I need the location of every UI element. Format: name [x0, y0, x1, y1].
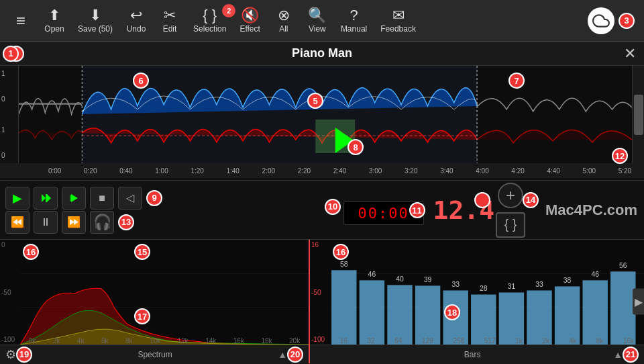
pause-button[interactable]: ⏸ — [34, 211, 58, 234]
extra-buttons: + { } — [490, 183, 531, 238]
effect-button[interactable]: 🔇 Effect — [233, 5, 266, 36]
annotation-14: 14 — [523, 192, 539, 208]
annotation-3: 3 — [619, 13, 635, 29]
effect-icon: 🔇 — [241, 8, 259, 23]
annotation-13: 13 — [118, 214, 134, 230]
bars-footer: Bars ▲ 21 — [310, 345, 644, 363]
scissors-icon: ✂ — [164, 8, 176, 23]
spectrum-x-axis: 0k 2k 4k 6k 8k 10k 12k 14k 16k 18k 20k — [20, 337, 309, 345]
annotation-8: 8 — [347, 139, 364, 155]
cloud-button[interactable] — [588, 7, 614, 34]
main-container: ≡ ⬆ Open ⬇ Save (50) ↩ Undo ✂ Edit { } S… — [0, 0, 644, 364]
svg-text:40: 40 — [396, 276, 404, 283]
all-icon: ⊗ — [278, 8, 290, 23]
svg-text:58: 58 — [340, 261, 348, 268]
spectrum-settings-icon[interactable]: ⚙ — [5, 347, 16, 362]
undo-button[interactable]: ↩ Undo — [119, 5, 153, 36]
bars-y-axis: 16 -50 -100 — [310, 240, 330, 345]
annotation-17: 17 — [134, 308, 150, 324]
svg-rect-18 — [360, 280, 384, 345]
play-button[interactable]: ▶ — [5, 187, 30, 210]
title-bar: 4 Piano Man ✕ 1 — [0, 42, 644, 66]
annotation-15: 15 — [134, 244, 150, 260]
right-panel-arrow[interactable]: ▶ — [633, 289, 644, 315]
volume-button[interactable]: ◁ — [118, 187, 142, 210]
svg-text:46: 46 — [591, 271, 599, 279]
manual-icon: ? — [350, 8, 358, 23]
annotation-16: 16 — [23, 244, 39, 260]
transport-controls: ▶ ■ ◁ 9 ⏪ ⏸ ⏩ 🎧 13 — [0, 184, 168, 236]
annotation-19: 19 — [16, 347, 32, 363]
annotation-5: 5 — [307, 93, 323, 109]
selection-badge: 2 — [222, 4, 235, 17]
transport-row-1: ▶ ■ ◁ 9 — [5, 187, 162, 210]
bars-panel: 16 -50 -100 58 46 — [309, 240, 644, 363]
manual-button[interactable]: ? Manual — [334, 5, 374, 36]
play-selection-button[interactable] — [62, 187, 86, 210]
svg-rect-16 — [331, 270, 356, 345]
rewind-button[interactable]: ⏪ — [5, 211, 30, 234]
svg-rect-22 — [415, 285, 440, 345]
play-from-start-button[interactable] — [34, 187, 58, 210]
svg-rect-34 — [582, 280, 607, 345]
svg-text:33: 33 — [451, 281, 460, 289]
waveform-display[interactable]: 6 5 7 8 — [19, 66, 632, 163]
open-button[interactable]: ⬆ Open — [38, 5, 71, 36]
undo-icon: ↩ — [130, 8, 142, 23]
save-button[interactable]: ⬇ Save (50) — [71, 5, 119, 36]
svg-text:28: 28 — [480, 285, 488, 293]
svg-rect-20 — [387, 285, 412, 345]
spectrum-expand-icon[interactable]: ▲ — [278, 349, 287, 360]
edit-button[interactable]: ✂ Edit — [153, 5, 186, 36]
annotation-21: 21 — [623, 347, 639, 363]
bars-expand-icon[interactable]: ▲ — [613, 349, 623, 360]
annotation-9: 9 — [146, 190, 162, 206]
svg-text:39: 39 — [424, 277, 432, 284]
track-title: Piano Man — [292, 46, 352, 60]
fast-forward-button[interactable]: ⏩ — [62, 211, 86, 234]
annotation-11: 11 — [409, 202, 425, 218]
watermark: Mac4PC.com — [539, 201, 644, 219]
spectrum-svg — [20, 240, 309, 345]
svg-marker-11 — [71, 194, 78, 202]
svg-rect-8 — [46, 194, 47, 202]
spectrum-label: Spectrum — [32, 350, 278, 359]
svg-rect-30 — [527, 290, 551, 345]
annotation-12b — [474, 192, 490, 208]
annotation-7: 7 — [508, 73, 525, 89]
level-meter-area: 10 — [168, 206, 338, 214]
annotation-16b: 16 — [333, 244, 349, 260]
svg-text:31: 31 — [508, 283, 516, 291]
svg-rect-32 — [555, 286, 580, 345]
spectrum-chart: 0 -50 -100 16 17 15 — [0, 240, 309, 345]
bars-label: Bars — [331, 350, 613, 359]
feedback-button[interactable]: ✉ Feedback — [374, 5, 423, 36]
view-button[interactable]: 🔍 View — [301, 5, 334, 36]
all-button[interactable]: ⊗ All — [267, 5, 301, 36]
spectrum-footer: ⚙ 19 Spectrum ▲ 20 — [0, 345, 309, 363]
annotation-10: 10 — [325, 199, 341, 215]
spectrum-panel: 0 -50 -100 16 17 15 — [0, 240, 309, 363]
transport-section: ▶ ■ ◁ 9 ⏪ ⏸ ⏩ 🎧 13 — [0, 180, 644, 239]
close-button[interactable]: ✕ — [624, 45, 636, 62]
selection-button[interactable]: { } Selection 2 — [186, 5, 233, 36]
selection-icon: { } — [203, 8, 217, 23]
svg-text:33: 33 — [535, 281, 543, 289]
view-icon: 🔍 — [308, 8, 326, 23]
stop-button[interactable]: ■ — [90, 187, 114, 210]
feedback-icon: ✉ — [392, 8, 405, 23]
loop-button[interactable]: { } — [496, 212, 525, 238]
svg-rect-36 — [610, 271, 635, 345]
waveform-canvas[interactable]: 1 0 1 0 — [0, 66, 644, 163]
hamburger-menu[interactable]: ≡ — [4, 9, 38, 33]
waveform-svg — [19, 66, 632, 163]
svg-marker-9 — [47, 194, 51, 202]
annotation-20: 20 — [287, 347, 303, 363]
waveform-section: 1 0 1 0 — [0, 66, 644, 180]
record-button[interactable]: 🎧 — [90, 211, 114, 234]
svg-text:38: 38 — [564, 277, 572, 285]
add-button[interactable]: + — [498, 183, 523, 208]
save-icon: ⬇ — [89, 8, 101, 23]
vertical-scrollbar[interactable] — [634, 95, 643, 135]
bars-x-axis: 16 32 64 129 258 517 1k 2k 4k 8k 16k — [330, 337, 644, 345]
